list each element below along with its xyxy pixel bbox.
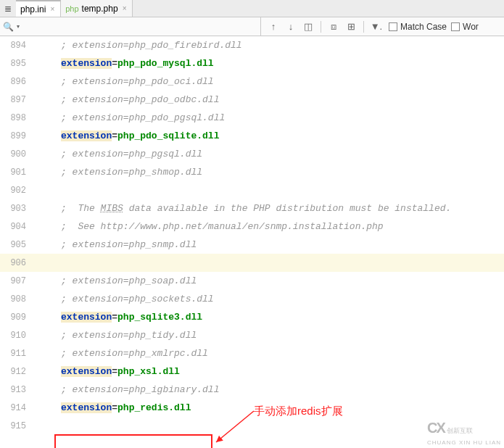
code-line[interactable]: 912extension=php_xsl.dll xyxy=(0,362,504,381)
line-number: 903 xyxy=(0,204,32,214)
line-number: 910 xyxy=(0,331,32,341)
line-content[interactable]: ; extension=php_soap.dll xyxy=(55,275,504,286)
match-case-label: Match Case xyxy=(400,22,447,32)
line-content[interactable]: extension=php_sqlite3.dll xyxy=(55,312,504,323)
match-case-option[interactable]: Match Case xyxy=(389,22,447,32)
line-number: 913 xyxy=(0,385,32,395)
code-line[interactable]: 895extension=php_pdo_mysql.dll xyxy=(0,54,504,72)
tab-label: temp.php xyxy=(82,4,118,14)
line-number: 898 xyxy=(0,113,32,123)
close-icon[interactable]: × xyxy=(49,5,56,13)
line-content[interactable]: ; extension=php_pgsql.dll xyxy=(55,149,504,159)
line-number: 911 xyxy=(0,349,32,359)
line-number: 896 xyxy=(0,77,32,87)
line-number: 897 xyxy=(0,95,32,105)
menu-icon[interactable]: ≣ xyxy=(0,0,16,17)
code-line[interactable]: 901; extension=php_shmop.dll xyxy=(0,163,504,181)
line-content[interactable]: ; extension=php_sockets.dll xyxy=(55,294,504,304)
code-line[interactable]: 902 xyxy=(0,181,504,199)
close-icon[interactable]: × xyxy=(121,4,128,12)
separator xyxy=(363,21,364,33)
line-content[interactable]: ; extension=php_pdo_pgsql.dll xyxy=(55,112,504,123)
line-content[interactable]: ; extension=php_xmlrpc.dll xyxy=(55,348,504,359)
code-editor[interactable]: 894; extension=php_pdo_firebird.dll895ex… xyxy=(0,36,504,448)
line-number: 907 xyxy=(0,276,32,286)
search-toolbar: 🔍 ▾ ↑ ↓ ◫ ⧈ ⊞ ▼. Match Case Wor xyxy=(0,17,504,36)
words-label: Wor xyxy=(463,22,479,32)
line-content[interactable]: extension=php_pdo_mysql.dll xyxy=(55,58,504,69)
line-content[interactable]: extension=php_redis.dll xyxy=(55,402,504,413)
code-line[interactable]: 896; extension=php_pdo_oci.dll xyxy=(0,72,504,91)
line-content[interactable]: ; The MIBS data available in the PHP dis… xyxy=(55,203,504,214)
code-line[interactable]: 914extension=php_redis.dll xyxy=(0,399,504,417)
watermark-logo: CX xyxy=(427,420,445,436)
search-area: 🔍 ▾ xyxy=(0,17,261,36)
tab-label: php.ini xyxy=(20,4,46,14)
code-line[interactable]: 913; extension=php_igbinary.dll xyxy=(0,381,504,399)
watermark-cn: 创新互联 xyxy=(447,427,473,434)
code-line[interactable]: 897; extension=php_pdo_odbc.dll xyxy=(0,91,504,109)
chevron-down-icon[interactable]: ▾ xyxy=(17,23,20,30)
code-line[interactable]: 907; extension=php_soap.dll xyxy=(0,272,504,290)
code-line[interactable]: 908; extension=php_sockets.dll xyxy=(0,290,504,308)
line-content[interactable]: ; extension=php_pdo_firebird.dll xyxy=(55,40,504,51)
line-number: 915 xyxy=(0,421,32,431)
filter-icon[interactable]: ▼. xyxy=(368,19,384,35)
find-window-icon[interactable]: ◫ xyxy=(300,19,316,35)
php-file-icon: php xyxy=(65,4,78,13)
line-content[interactable]: ; extension=php_tidy.dll xyxy=(55,330,504,341)
tab-temp-php[interactable]: php temp.php × xyxy=(61,0,133,17)
checkbox-icon[interactable] xyxy=(389,22,397,31)
add-selection-icon[interactable]: ⊞ xyxy=(343,19,359,35)
select-all-icon[interactable]: ⧈ xyxy=(326,19,342,35)
line-number: 894 xyxy=(0,41,32,51)
line-number: 909 xyxy=(0,312,32,323)
words-option[interactable]: Wor xyxy=(451,22,479,32)
line-content[interactable]: ; extension=php_shmop.dll xyxy=(55,167,504,178)
code-line[interactable]: 904; See http://www.php.net/manual/en/sn… xyxy=(0,217,504,236)
code-line[interactable]: 910; extension=php_tidy.dll xyxy=(0,326,504,344)
line-content[interactable]: ; See http://www.php.net/manual/en/snmp.… xyxy=(55,221,504,232)
line-content[interactable]: extension=php_xsl.dll xyxy=(55,366,504,377)
code-line[interactable]: 899extension=php_pdo_sqlite.dll xyxy=(0,127,504,145)
code-line[interactable]: 909extension=php_sqlite3.dll xyxy=(0,308,504,326)
line-number: 914 xyxy=(0,403,32,413)
next-match-button[interactable]: ↓ xyxy=(283,19,299,35)
search-input[interactable] xyxy=(22,22,257,32)
watermark: CX 创新互联 CHUANG XIN HU LIAN xyxy=(427,420,501,447)
checkbox-icon[interactable] xyxy=(451,22,460,31)
code-line[interactable]: 894; extension=php_pdo_firebird.dll xyxy=(0,36,504,54)
search-icon[interactable]: 🔍 xyxy=(3,22,14,32)
code-line[interactable]: 903; The MIBS data available in the PHP … xyxy=(0,199,504,217)
line-number: 902 xyxy=(0,186,32,196)
tab-bar: ≣ php.ini × php temp.php × xyxy=(0,0,504,17)
line-number: 901 xyxy=(0,167,32,178)
code-line[interactable]: 898; extension=php_pdo_pgsql.dll xyxy=(0,109,504,127)
code-line[interactable]: 900; extension=php_pgsql.dll xyxy=(0,145,504,163)
separator xyxy=(321,21,321,33)
tab-php-ini[interactable]: php.ini × xyxy=(16,0,61,17)
line-number: 908 xyxy=(0,294,32,304)
code-line[interactable]: 906 xyxy=(0,254,504,272)
line-number: 895 xyxy=(0,59,32,69)
line-number: 912 xyxy=(0,367,32,377)
line-content[interactable]: ; extension=php_igbinary.dll xyxy=(55,384,504,395)
line-content[interactable]: extension=php_pdo_sqlite.dll xyxy=(55,130,504,141)
code-line[interactable]: 905; extension=php_snmp.dll xyxy=(0,236,504,254)
line-number: 906 xyxy=(0,258,32,268)
prev-match-button[interactable]: ↑ xyxy=(265,19,281,35)
line-number: 905 xyxy=(0,240,32,250)
line-number: 904 xyxy=(0,222,32,232)
toolbar-right: ↑ ↓ ◫ ⧈ ⊞ ▼. Match Case Wor xyxy=(261,17,504,36)
watermark-en: CHUANG XIN HU LIAN xyxy=(427,439,501,446)
line-content[interactable]: ; extension=php_pdo_odbc.dll xyxy=(55,94,504,105)
line-content[interactable]: ; extension=php_pdo_oci.dll xyxy=(55,76,504,87)
code-line[interactable]: 911; extension=php_xmlrpc.dll xyxy=(0,344,504,362)
line-number: 899 xyxy=(0,131,32,141)
line-number: 900 xyxy=(0,149,32,159)
line-content[interactable]: ; extension=php_snmp.dll xyxy=(55,239,504,250)
